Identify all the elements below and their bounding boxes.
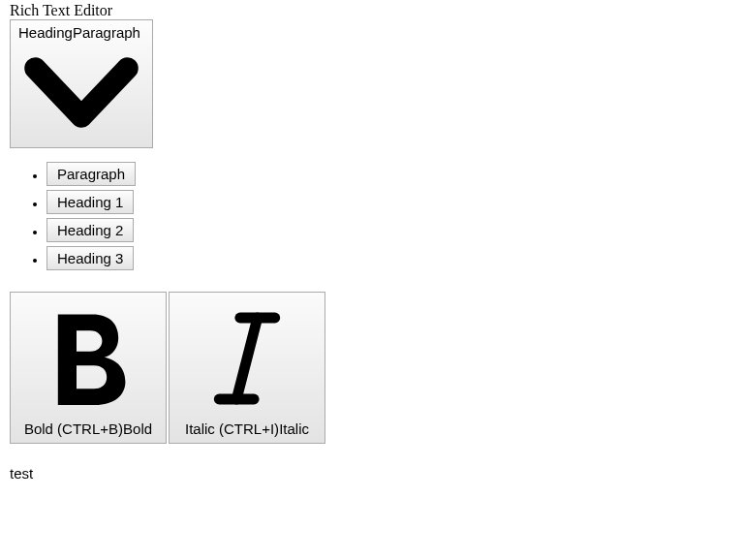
svg-line-1 bbox=[236, 318, 258, 399]
heading-option-h2[interactable]: Heading 2 bbox=[46, 218, 134, 242]
bold-icon bbox=[20, 300, 156, 417]
heading-dropdown-current: Paragraph bbox=[73, 24, 140, 41]
bold-button[interactable]: Bold (CTRL+B)Bold bbox=[10, 292, 167, 444]
list-item: Heading 3 bbox=[46, 246, 742, 270]
heading-dropdown-button[interactable]: HeadingParagraph bbox=[10, 19, 153, 148]
list-item: Heading 2 bbox=[46, 218, 742, 242]
italic-button[interactable]: Italic (CTRL+I)Italic bbox=[169, 292, 325, 444]
italic-tooltip-text: Italic (CTRL+I) bbox=[185, 420, 279, 437]
list-item: Paragraph bbox=[46, 162, 742, 186]
heading-option-h3[interactable]: Heading 3 bbox=[46, 246, 134, 270]
italic-label: Italic bbox=[279, 420, 309, 437]
heading-option-h1[interactable]: Heading 1 bbox=[46, 190, 134, 214]
bold-tooltip-text: Bold (CTRL+B) bbox=[24, 420, 123, 437]
heading-dropdown-prefix: Heading bbox=[18, 24, 73, 41]
editor-title: Rich Text Editor bbox=[0, 0, 742, 19]
heading-option-paragraph[interactable]: Paragraph bbox=[46, 162, 136, 186]
editor-content[interactable]: test bbox=[10, 465, 742, 482]
list-item: Heading 1 bbox=[46, 190, 742, 214]
italic-icon bbox=[179, 300, 315, 417]
chevron-down-icon bbox=[18, 47, 144, 143]
format-toolbar: Bold (CTRL+B)Bold Italic (CTRL+I)Italic bbox=[10, 292, 742, 444]
bold-label: Bold bbox=[123, 420, 152, 437]
heading-options-list: Paragraph Heading 1 Heading 2 Heading 3 bbox=[0, 162, 742, 270]
